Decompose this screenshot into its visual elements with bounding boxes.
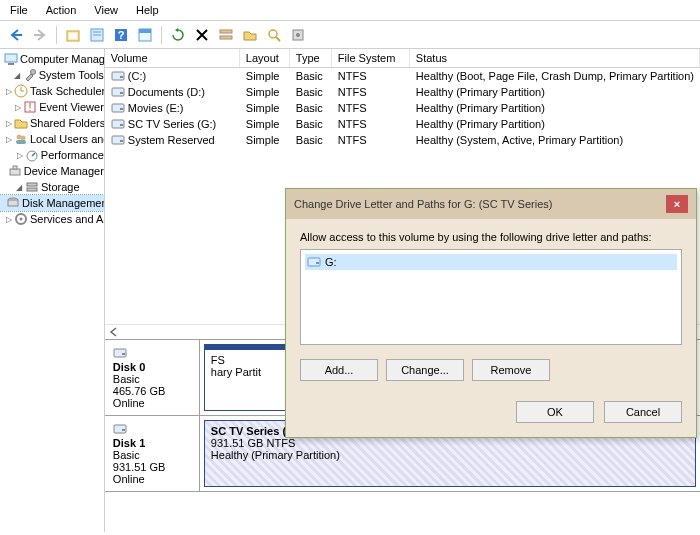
svg-point-22 [21,136,26,141]
label: Device Manager [24,165,104,177]
label: Shared Folders [30,117,105,129]
cell: SC TV Series (G:) [128,118,216,130]
open-icon[interactable] [240,25,260,45]
svg-rect-30 [8,200,18,206]
expand-icon[interactable]: ▷ [6,135,12,144]
menu-action[interactable]: Action [46,4,77,16]
up-icon[interactable] [63,25,83,45]
expand-icon[interactable]: ▷ [6,215,12,224]
tree-storage[interactable]: ◢Storage [0,179,104,195]
table-row[interactable]: (C:)SimpleBasicNTFSHealthy (Boot, Page F… [105,68,700,84]
list-item-label: G: [325,256,337,268]
tree-shared-folders[interactable]: ▷Shared Folders [0,115,104,131]
cell: Movies (E:) [128,102,184,114]
help-icon[interactable]: ? [111,25,131,45]
remove-button[interactable]: Remove [472,359,550,381]
cell: Healthy (Primary Partition) [410,116,700,132]
label: Task Scheduler [30,85,105,97]
dialog-titlebar[interactable]: Change Drive Letter and Paths for G: (SC… [286,189,696,219]
menu-help[interactable]: Help [136,4,159,16]
drive-paths-listbox[interactable]: G: [300,249,682,345]
tree-device-manager[interactable]: Device Manager [0,163,104,179]
volume-list-header: Volume Layout Type File System Status [105,49,700,68]
toolbar: ? [0,21,700,49]
cell: Simple [240,132,290,148]
disk-name: Disk 1 [113,437,191,449]
change-button[interactable]: Change... [386,359,464,381]
add-button[interactable]: Add... [300,359,378,381]
table-row[interactable]: System ReservedSimpleBasicNTFSHealthy (S… [105,132,700,148]
cell: Healthy (Primary Partition) [410,100,700,116]
expand-icon[interactable]: ▷ [6,119,12,128]
computer-icon [4,52,18,66]
partition-sub: 931.51 GB NTFS [211,437,689,449]
svg-rect-1 [69,33,77,39]
drive-icon [111,117,125,131]
disk-name: Disk 0 [113,361,191,373]
tree-system-tools[interactable]: ◢System Tools [0,67,104,83]
disk-size: 931.51 GB [113,461,191,473]
services-icon [14,212,28,226]
properties-icon[interactable] [87,25,107,45]
col-fs[interactable]: File System [332,49,410,67]
collapse-icon[interactable]: ◢ [13,71,21,80]
disk-info[interactable]: Disk 1Basic931.51 GBOnline [105,416,200,491]
tree-performance[interactable]: ▷Performance [0,147,104,163]
close-icon[interactable]: × [666,195,688,213]
tree-disk-management[interactable]: Disk Management [0,195,104,211]
col-type[interactable]: Type [290,49,332,67]
cell: NTFS [332,100,410,116]
menu-file[interactable]: File [10,4,28,16]
find-icon[interactable] [264,25,284,45]
svg-rect-8 [139,29,151,33]
list-icon[interactable] [216,25,236,45]
tree-root[interactable]: Computer Management (Local [0,51,104,67]
svg-point-11 [269,30,277,38]
tree-local-users[interactable]: ▷Local Users and Groups [0,131,104,147]
pane-icon[interactable] [135,25,155,45]
list-item[interactable]: G: [305,254,677,270]
refresh-icon[interactable] [168,25,188,45]
dialog-title: Change Drive Letter and Paths for G: (SC… [294,198,666,210]
delete-icon[interactable] [192,25,212,45]
disk-state: Online [113,397,191,409]
cell: Basic [290,116,332,132]
back-icon[interactable] [6,25,26,45]
tree-event-viewer[interactable]: ▷!Event Viewer [0,99,104,115]
disk-info[interactable]: Disk 0Basic465.76 GBOnline [105,340,200,415]
event-icon: ! [23,100,37,114]
collapse-icon[interactable]: ◢ [14,183,23,192]
svg-rect-26 [13,166,17,169]
tree-pane: Computer Management (Local ◢System Tools… [0,49,105,532]
ok-button[interactable]: OK [516,401,594,423]
disk-icon [113,422,127,436]
expand-icon[interactable]: ▷ [17,151,23,160]
tree-services[interactable]: ▷Services and Applications [0,211,104,227]
tree-task-scheduler[interactable]: ▷Task Scheduler [0,83,104,99]
device-icon [8,164,22,178]
svg-rect-25 [10,169,20,175]
svg-rect-34 [120,76,123,78]
expand-icon[interactable]: ▷ [15,103,21,112]
svg-rect-46 [122,429,125,431]
settings-icon[interactable] [288,25,308,45]
cell: Basic [290,100,332,116]
table-row[interactable]: Documents (D:)SimpleBasicNTFSHealthy (Pr… [105,84,700,100]
cell: NTFS [332,68,410,84]
table-row[interactable]: Movies (E:)SimpleBasicNTFSHealthy (Prima… [105,100,700,116]
cancel-button[interactable]: Cancel [604,401,682,423]
separator [56,26,57,44]
svg-line-12 [276,37,280,41]
table-row[interactable]: SC TV Series (G:)SimpleBasicNTFSHealthy … [105,116,700,132]
expand-icon[interactable]: ▷ [6,87,12,96]
forward-icon[interactable] [30,25,50,45]
label: System Tools [39,69,104,81]
svg-text:!: ! [29,101,32,113]
menu-view[interactable]: View [94,4,118,16]
perf-icon [25,148,39,162]
tree-root-label: Computer Management (Local [20,53,105,65]
col-layout[interactable]: Layout [240,49,290,67]
col-status[interactable]: Status [410,49,700,67]
col-volume[interactable]: Volume [105,49,240,67]
cell: Basic [290,132,332,148]
